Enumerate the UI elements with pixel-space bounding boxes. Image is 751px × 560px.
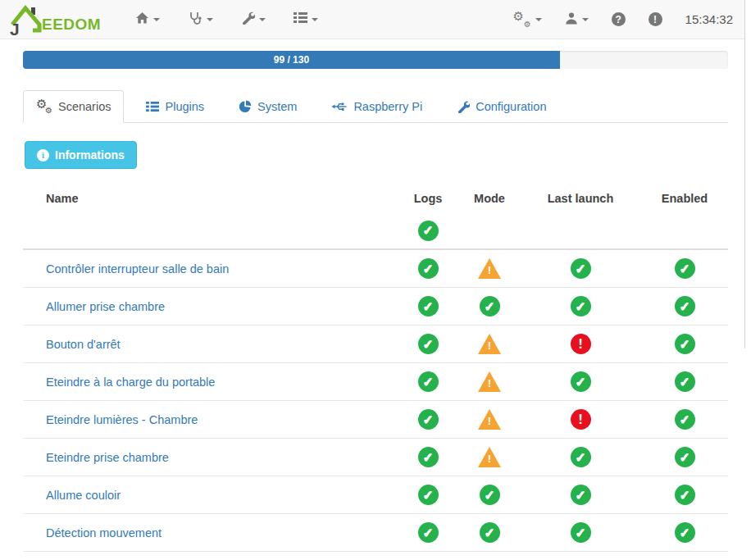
column-logs: Logs xyxy=(397,192,459,205)
table-row: Détection mouvement xyxy=(23,514,728,552)
about-button[interactable]: ! xyxy=(649,12,662,26)
health-progress: 99 / 130 xyxy=(23,51,728,69)
check-circle-icon xyxy=(571,447,591,467)
check-circle-icon xyxy=(418,409,439,430)
check-circle-icon xyxy=(418,522,439,543)
table-row: Bouton d'arrêt xyxy=(23,326,728,363)
table-row: Eteindre lumières - Chambre xyxy=(23,401,728,439)
home-icon xyxy=(135,11,149,28)
scenario-link[interactable]: Eteindre à la charge du portable xyxy=(46,376,215,389)
column-name: Name xyxy=(23,192,397,205)
progress-bar: 99 / 130 xyxy=(23,51,560,69)
wrench-icon xyxy=(241,11,255,28)
home-menu[interactable] xyxy=(135,11,160,28)
scenario-link[interactable]: Bouton d'arrêt xyxy=(46,338,121,351)
tab-scenarios[interactable]: ⚙⚙ Scenarios xyxy=(23,90,124,123)
check-circle-icon xyxy=(480,485,500,505)
warning-triangle-icon xyxy=(478,447,501,467)
exclamation-circle-icon xyxy=(571,409,591,430)
clock: 15:34:32 xyxy=(685,12,733,26)
svg-text:J: J xyxy=(10,20,20,36)
scenario-link[interactable]: Eteindre prise chambre xyxy=(46,451,169,464)
tab-label: Plugins xyxy=(165,99,204,114)
caret-down-icon xyxy=(535,18,542,21)
check-circle-icon xyxy=(418,485,439,505)
informations-button[interactable]: i Informations xyxy=(25,141,137,169)
check-circle-icon xyxy=(571,296,591,316)
tab-label: Configuration xyxy=(476,99,546,114)
tab-system[interactable]: System xyxy=(226,90,309,123)
column-last-launch: Last launch xyxy=(520,192,641,205)
check-circle-icon xyxy=(675,485,695,505)
check-circle-icon xyxy=(571,485,591,505)
help-button[interactable]: ? xyxy=(612,12,626,26)
scrollbar-track[interactable] xyxy=(744,0,751,560)
check-circle-icon xyxy=(571,522,591,543)
progress-track: 99 / 130 xyxy=(23,51,728,69)
usb-icon xyxy=(331,101,348,112)
tab-label: Raspberry Pi xyxy=(353,99,422,114)
settings-menu[interactable]: ⚙⚙ xyxy=(513,12,542,27)
informations-label: Informations xyxy=(55,148,125,162)
table-row: Allume couloir xyxy=(23,476,728,514)
table-row: Allumer prise chambre xyxy=(23,288,728,326)
table-row: Contrôler interrupteur salle de bain xyxy=(23,250,728,288)
navbar: J EEDOM xyxy=(0,0,744,39)
check-circle-icon xyxy=(571,371,591,392)
tab-plugins[interactable]: Plugins xyxy=(134,90,216,123)
jeedom-logo[interactable]: J EEDOM xyxy=(8,3,101,36)
check-circle-icon xyxy=(675,334,695,354)
check-circle-icon xyxy=(675,522,695,543)
check-circle-icon xyxy=(418,371,439,392)
health-menu[interactable] xyxy=(188,11,213,29)
caret-down-icon xyxy=(312,18,318,21)
scenario-link[interactable]: Allume couloir xyxy=(46,489,121,502)
scenario-link[interactable]: Eteindre lumières - Chambre xyxy=(46,413,198,426)
caret-down-icon xyxy=(582,18,589,21)
info-circle-icon: i xyxy=(37,149,49,162)
table-header: Name Logs Mode Last launch Enabled xyxy=(23,184,728,212)
caret-down-icon xyxy=(153,18,160,21)
gears-icon: ⚙⚙ xyxy=(513,12,531,27)
scenarios-table: Name Logs Mode Last launch Enabled Contr… xyxy=(23,184,728,552)
tab-label: Scenarios xyxy=(58,99,111,114)
check-circle-icon xyxy=(675,447,695,467)
check-circle-icon xyxy=(675,409,695,430)
jeedom-house-icon: J xyxy=(8,3,44,36)
caret-down-icon xyxy=(207,18,213,21)
check-circle-icon xyxy=(418,258,439,279)
column-enabled: Enabled xyxy=(641,192,728,205)
table-header-status xyxy=(23,212,728,250)
user-menu[interactable] xyxy=(565,11,589,28)
scrollbar-line xyxy=(744,0,745,348)
check-circle-icon xyxy=(418,334,439,354)
table-row: Eteindre à la charge du portable xyxy=(23,363,728,401)
list-icon xyxy=(294,11,307,27)
scenario-link[interactable]: Allumer prise chambre xyxy=(46,300,165,313)
tools-menu[interactable] xyxy=(241,11,266,28)
tab-configuration[interactable]: Configuration xyxy=(444,90,558,123)
check-circle-icon xyxy=(675,258,695,279)
exclamation-circle-icon xyxy=(571,334,591,354)
table-row: Eteindre prise chambre xyxy=(23,439,728,476)
brand-text: EEDOM xyxy=(42,16,101,34)
check-circle-icon xyxy=(480,522,500,543)
scenario-link[interactable]: Contrôler interrupteur salle de bain xyxy=(46,262,229,275)
pie-chart-icon xyxy=(239,100,252,113)
warning-triangle-icon xyxy=(478,371,501,392)
check-circle-icon xyxy=(675,296,695,316)
wrench-icon xyxy=(457,100,470,113)
user-icon xyxy=(565,11,578,28)
scenario-link[interactable]: Détection mouvement xyxy=(46,526,162,540)
summary-menu[interactable] xyxy=(294,11,318,27)
stethoscope-icon xyxy=(188,11,203,29)
health-tabs: ⚙⚙ Scenarios Plugins System xyxy=(23,90,728,123)
tab-raspberry-pi[interactable]: Raspberry Pi xyxy=(319,90,435,123)
tab-label: System xyxy=(257,99,297,114)
check-circle-icon xyxy=(480,296,500,316)
cogs-icon: ⚙⚙ xyxy=(36,100,52,113)
warning-triangle-icon xyxy=(478,334,501,354)
column-mode: Mode xyxy=(459,192,520,205)
list-icon xyxy=(146,101,159,112)
caret-down-icon xyxy=(259,18,266,21)
